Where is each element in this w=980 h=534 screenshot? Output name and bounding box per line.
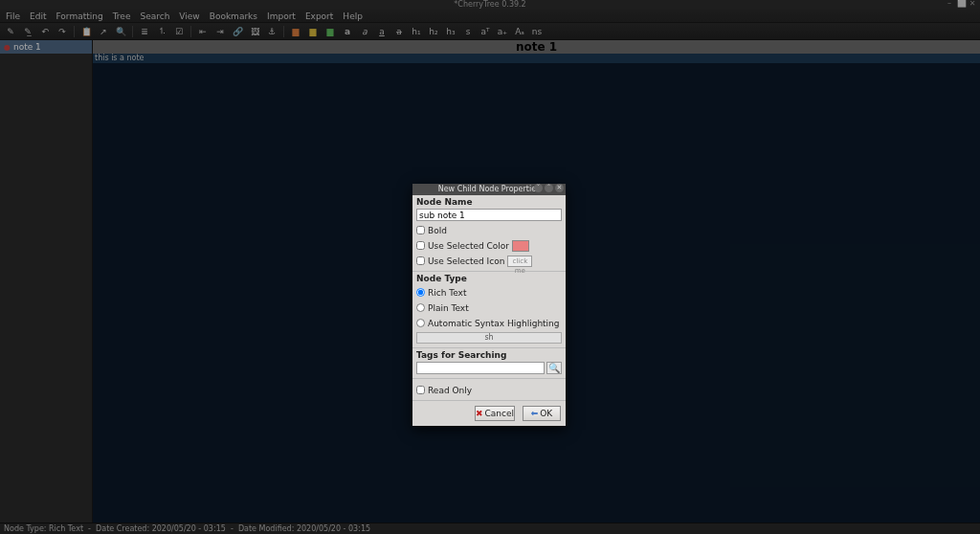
dialog-titlebar[interactable]: New Child Node Properties ˅ ˄ ✕ xyxy=(412,184,566,195)
window-maximize-icon[interactable]: ⬜ xyxy=(957,0,965,8)
toolbar-sep xyxy=(74,26,75,37)
paste-icon[interactable]: 📋 xyxy=(80,26,92,37)
bold-checkbox[interactable] xyxy=(416,226,425,234)
section-tags: Tags for Searching 🔍 xyxy=(412,348,566,379)
a-small-icon[interactable]: Aₐ xyxy=(514,26,525,37)
toolbar-sep xyxy=(190,26,191,37)
undo-icon[interactable]: ↶ xyxy=(39,26,51,37)
bold-a-icon[interactable]: a xyxy=(342,26,353,37)
menu-import[interactable]: Import xyxy=(267,10,296,22)
menu-tree[interactable]: Tree xyxy=(113,10,131,22)
menu-help[interactable]: Help xyxy=(343,10,363,22)
window-title: *CherryTree 0.39.2 xyxy=(454,0,525,9)
tree-node-label: note 1 xyxy=(13,42,41,52)
status-modified-label: Date Modified: xyxy=(238,524,295,533)
new-subnode-icon[interactable]: ✎̲ xyxy=(22,26,33,37)
redo-icon[interactable]: ↷ xyxy=(56,26,68,37)
strike-a-icon[interactable]: a xyxy=(393,26,405,37)
status-nodetype-value: Rich Text xyxy=(49,524,83,533)
section-node-name: Node Name Bold Use Selected Color Use Se… xyxy=(412,195,566,272)
highlight-icon[interactable]: ▆ xyxy=(324,26,336,37)
node-name-input[interactable] xyxy=(416,209,562,221)
syntax-lang-value: sh xyxy=(484,333,493,342)
color-swatch[interactable] xyxy=(512,240,529,252)
cherry-icon: ● xyxy=(4,43,11,52)
window-close-icon[interactable]: ✕ xyxy=(969,0,976,8)
italic-a-icon[interactable]: a xyxy=(359,26,370,37)
menu-view[interactable]: View xyxy=(179,10,199,22)
window-minimize-icon[interactable]: – xyxy=(946,0,953,8)
dialog-up-icon[interactable]: ˄ xyxy=(545,184,553,192)
auto-syntax-label: Automatic Syntax Highlighting xyxy=(428,319,560,328)
plain-text-radio[interactable] xyxy=(416,303,425,312)
list-bullet-icon[interactable]: ≣ xyxy=(139,26,150,37)
list-check-icon[interactable]: ☑ xyxy=(173,26,185,37)
subscript-icon[interactable]: a₊ xyxy=(497,26,508,37)
h2-icon[interactable]: h₂ xyxy=(428,26,439,37)
syntax-lang-dropdown[interactable]: sh xyxy=(416,332,562,344)
page-title: note 1 xyxy=(93,40,980,54)
status-modified-value: 2020/05/20 - 03:15 xyxy=(297,524,370,533)
underline-a-icon[interactable]: a xyxy=(376,26,388,37)
cancel-button[interactable]: ✖ Cancel xyxy=(475,406,515,421)
status-bar: Node Type: Rich Text - Date Created: 202… xyxy=(0,523,980,534)
dialog-title: New Child Node Properties xyxy=(438,185,541,193)
menu-file[interactable]: File xyxy=(6,10,20,22)
dialog-roll-icon[interactable]: ˅ xyxy=(534,184,543,192)
ok-icon: ⇐ xyxy=(531,409,539,418)
tags-search-button[interactable]: 🔍 xyxy=(546,362,562,374)
zoom-icon[interactable]: 🔍 xyxy=(115,26,126,37)
toolbar: ✎ ✎̲ ↶ ↷ 📋 ↗ 🔍 ≣ ⒈ ☑ ⇤ ⇥ 🔗 🖼 ⚓ ▆ ▆ ▆ a a… xyxy=(0,23,980,40)
use-color-label: Use Selected Color xyxy=(428,241,509,251)
rich-text-label: Rich Text xyxy=(428,288,466,298)
anchor-icon[interactable]: ⚓ xyxy=(266,26,278,37)
search-icon: 🔍 xyxy=(548,363,560,373)
window-titlebar: *CherryTree 0.39.2 – ⬜ ✕ xyxy=(0,0,980,10)
h1-icon[interactable]: h₁ xyxy=(411,26,422,37)
pick-icon-button[interactable]: click me xyxy=(507,256,532,267)
auto-syntax-radio[interactable] xyxy=(416,319,425,327)
h3-icon[interactable]: h₃ xyxy=(445,26,457,37)
tree-node-selected[interactable]: ● note 1 xyxy=(0,40,92,54)
cursor-icon[interactable]: ↗ xyxy=(98,26,109,37)
tree-view[interactable]: ● note 1 xyxy=(0,40,93,523)
menu-edit[interactable]: Edit xyxy=(30,10,46,22)
use-color-checkbox[interactable] xyxy=(416,241,425,250)
color-text-icon[interactable]: ▆ xyxy=(307,26,319,37)
menu-bookmarks[interactable]: Bookmarks xyxy=(210,10,257,22)
new-node-icon[interactable]: ✎ xyxy=(5,26,16,37)
menu-search[interactable]: Search xyxy=(140,10,169,22)
read-only-checkbox[interactable] xyxy=(416,386,425,394)
use-icon-label: Use Selected Icon xyxy=(428,256,504,266)
tags-input[interactable] xyxy=(416,362,545,374)
node-type-label: Node Type xyxy=(416,274,562,283)
dialog-close-icon[interactable]: ✕ xyxy=(555,184,564,192)
image-icon[interactable]: 🖼 xyxy=(249,26,260,37)
note-banner: this is a note xyxy=(93,54,980,63)
link-icon[interactable]: 🔗 xyxy=(232,26,243,37)
menu-export[interactable]: Export xyxy=(305,10,333,22)
bold-label: Bold xyxy=(428,226,447,235)
rich-text-radio[interactable] xyxy=(416,288,425,297)
ok-label: OK xyxy=(540,409,552,418)
section-node-type: Node Type Rich Text Plain Text Automatic… xyxy=(412,272,566,348)
use-icon-checkbox[interactable] xyxy=(416,256,425,265)
ok-button[interactable]: ⇐ OK xyxy=(523,406,561,421)
indent-left-icon[interactable]: ⇤ xyxy=(197,26,209,37)
status-created-label: Date Created: xyxy=(96,524,149,533)
dialog-button-row: ✖ Cancel ⇐ OK xyxy=(412,401,566,426)
section-readonly: Read Only xyxy=(412,379,566,401)
indent-right-icon[interactable]: ⇥ xyxy=(214,26,226,37)
superscript-icon[interactable]: aᵀ xyxy=(479,26,491,37)
tags-label: Tags for Searching xyxy=(416,350,562,360)
color-fill-icon[interactable]: ▆ xyxy=(290,26,301,37)
cancel-label: Cancel xyxy=(485,409,515,418)
status-nodetype-label: Node Type: xyxy=(4,524,47,533)
ns-icon[interactable]: ns xyxy=(531,26,543,37)
small-s-icon[interactable]: s xyxy=(462,26,474,37)
list-number-icon[interactable]: ⒈ xyxy=(156,26,167,37)
new-child-node-dialog: New Child Node Properties ˅ ˄ ✕ Node Nam… xyxy=(412,184,566,426)
toolbar-sep xyxy=(132,26,133,37)
node-name-label: Node Name xyxy=(416,197,562,207)
menu-formatting[interactable]: Formatting xyxy=(56,10,103,22)
